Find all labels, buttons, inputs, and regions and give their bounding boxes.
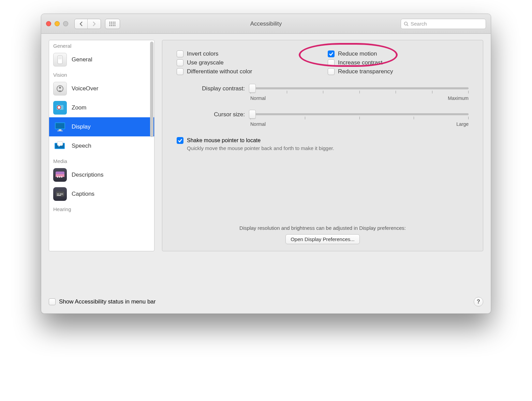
voiceover-icon	[56, 85, 64, 93]
svg-rect-23	[59, 129, 61, 131]
check-icon	[178, 138, 182, 143]
captions-icon	[55, 191, 65, 197]
svg-point-1	[111, 21, 112, 23]
svg-line-13	[407, 25, 409, 26]
sidebar-item-label: Descriptions	[72, 172, 104, 178]
zoom-window-button[interactable]	[63, 21, 68, 26]
search-input[interactable]	[411, 21, 483, 27]
minimize-window-button[interactable]	[55, 21, 60, 26]
use-grayscale-checkbox[interactable]: Use grayscale	[177, 59, 317, 66]
sidebar-item-label: General	[72, 56, 92, 63]
slider-max-label: Large	[456, 121, 469, 127]
checkbox-label: Reduce motion	[338, 50, 377, 57]
svg-point-2	[113, 21, 114, 23]
svg-point-32	[59, 176, 60, 178]
reduce-transparency-checkbox[interactable]: Reduce transparency	[328, 68, 469, 75]
svg-rect-37	[57, 195, 61, 196]
svg-rect-36	[60, 194, 63, 194]
sidebar-item-label: Captions	[72, 191, 94, 197]
sidebar-item-captions[interactable]: Captions	[49, 184, 154, 204]
footer: Show Accessibility status in menu bar ?	[41, 292, 491, 313]
svg-point-0	[109, 21, 110, 23]
traffic-lights	[46, 21, 68, 26]
descriptions-icon	[55, 171, 65, 179]
check-icon	[329, 51, 334, 56]
sidebar-item-label: VoiceOver	[72, 85, 98, 92]
sidebar-item-zoom[interactable]: Zoom	[49, 98, 154, 117]
svg-point-33	[61, 176, 62, 178]
checkbox-label: Use grayscale	[187, 59, 224, 66]
slider-min-label: Normal	[250, 95, 266, 101]
search-icon	[404, 21, 409, 26]
checkbox-label: Differentiate without color	[187, 68, 252, 75]
cursor-size-slider[interactable]: Normal Large	[250, 110, 469, 127]
sidebar-item-label: Display	[72, 123, 91, 130]
cursor-size-row: Cursor size: Normal Large	[177, 110, 469, 127]
shake-pointer-section: Shake mouse pointer to locate Quickly mo…	[177, 137, 469, 151]
checkbox-label: Invert colors	[187, 50, 219, 57]
display-icon	[54, 122, 66, 132]
display-options-grid: Invert colors Reduce motion Use grayscal…	[177, 50, 469, 75]
content-area: General General Vision VoiceOver	[41, 34, 491, 292]
slider-max-label: Maximum	[448, 95, 469, 101]
sidebar-item-display[interactable]: Display	[49, 117, 154, 136]
switch-icon	[57, 55, 63, 64]
display-prefs-note-section: Display resolution and brightness can be…	[177, 225, 469, 244]
svg-rect-35	[57, 194, 59, 194]
speech-icon	[54, 141, 66, 151]
checkbox-label: Shake mouse pointer to locate	[187, 137, 261, 144]
search-field-wrapper[interactable]	[401, 19, 486, 29]
svg-point-12	[404, 22, 408, 25]
svg-point-31	[57, 176, 58, 178]
slider-min-label: Normal	[250, 121, 266, 127]
sidebar-item-general[interactable]: General	[49, 50, 154, 69]
svg-point-3	[115, 21, 116, 23]
svg-rect-15	[58, 56, 62, 59]
svg-point-7	[115, 23, 116, 24]
slider-thumb[interactable]	[249, 110, 256, 119]
category-sidebar: General General Vision VoiceOver	[49, 40, 154, 251]
back-button[interactable]	[75, 19, 88, 29]
sidebar-item-speech[interactable]: Speech	[49, 136, 154, 155]
display-contrast-slider[interactable]: Normal Maximum	[250, 85, 469, 101]
sidebar-item-voiceover[interactable]: VoiceOver	[49, 79, 154, 98]
sidebar-header-media: Media	[49, 155, 154, 165]
svg-point-9	[111, 25, 112, 26]
checkbox-label: Reduce transparency	[338, 68, 393, 75]
shake-pointer-hint: Quickly move the mouse pointer back and …	[187, 145, 469, 151]
nav-back-forward	[74, 19, 101, 29]
open-display-preferences-button[interactable]: Open Display Preferences...	[285, 234, 360, 244]
increase-contrast-checkbox[interactable]: Increase contrast	[328, 59, 469, 66]
cursor-size-label: Cursor size:	[177, 110, 245, 118]
sidebar-header-general: General	[49, 40, 154, 50]
preferences-window: Accessibility General General Vision	[41, 14, 491, 314]
reduce-motion-checkbox[interactable]: Reduce motion	[328, 50, 469, 57]
checkbox-label: Show Accessibility status in menu bar	[59, 298, 156, 305]
close-window-button[interactable]	[46, 21, 51, 26]
svg-rect-22	[56, 123, 64, 129]
show-all-button[interactable]	[105, 19, 120, 29]
sidebar-scrollbar[interactable]	[150, 42, 153, 137]
svg-point-5	[111, 23, 112, 24]
svg-point-17	[59, 87, 61, 89]
slider-thumb[interactable]	[249, 84, 256, 93]
svg-point-6	[113, 23, 114, 24]
svg-rect-24	[57, 131, 63, 131]
display-contrast-label: Display contrast:	[177, 85, 245, 92]
svg-point-4	[109, 23, 110, 24]
show-status-menubar-checkbox[interactable]: Show Accessibility status in menu bar	[49, 298, 156, 305]
help-button[interactable]: ?	[474, 297, 483, 307]
differentiate-without-color-checkbox[interactable]: Differentiate without color	[177, 68, 317, 75]
sidebar-item-descriptions[interactable]: Descriptions	[49, 165, 154, 184]
forward-button[interactable]	[88, 19, 101, 29]
sidebar-header-vision: Vision	[49, 69, 154, 79]
sidebar-item-label: Zoom	[72, 104, 86, 111]
display-contrast-row: Display contrast: Normal Maximum	[177, 85, 469, 101]
shake-pointer-checkbox[interactable]: Shake mouse pointer to locate	[177, 137, 469, 144]
display-prefs-note: Display resolution and brightness can be…	[177, 225, 469, 231]
zoom-icon	[56, 103, 64, 112]
invert-colors-checkbox[interactable]: Invert colors	[177, 50, 317, 57]
checkbox-label: Increase contrast	[338, 59, 382, 66]
sidebar-item-label: Speech	[72, 143, 91, 149]
svg-point-10	[113, 25, 114, 26]
